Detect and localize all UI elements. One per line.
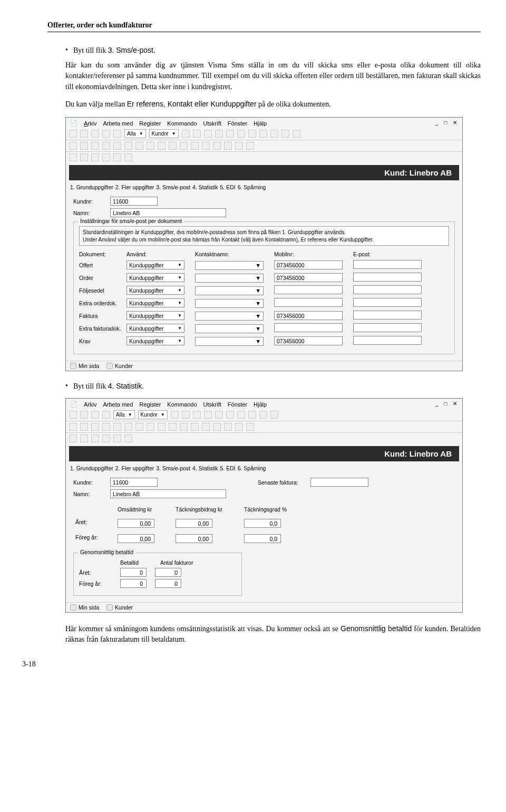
anvand-select[interactable]: Kunduppgifter▼ bbox=[126, 298, 184, 307]
tb2-icon[interactable] bbox=[135, 423, 143, 431]
menu-utskrift[interactable]: Utskrift bbox=[203, 401, 221, 408]
tb2-icon[interactable] bbox=[135, 142, 143, 150]
tab-edi[interactable]: 5. EDI bbox=[220, 184, 235, 190]
tg-foreg-input[interactable]: 0,0 bbox=[244, 534, 281, 543]
epost-input[interactable] bbox=[353, 311, 422, 320]
tab-sparning[interactable]: 6. Spårning bbox=[238, 184, 266, 190]
tb2-icon[interactable] bbox=[158, 142, 166, 150]
mobil-input[interactable] bbox=[274, 298, 343, 307]
tb-doc-icon[interactable] bbox=[91, 130, 99, 138]
tb2-icon[interactable] bbox=[80, 142, 88, 150]
tb2-icon[interactable] bbox=[224, 423, 232, 431]
mobil-input[interactable]: 073456000 bbox=[274, 260, 343, 269]
tb3-icon[interactable] bbox=[80, 153, 88, 161]
menu-kommando[interactable]: Kommando bbox=[167, 401, 197, 408]
tb2-icon[interactable] bbox=[102, 423, 110, 431]
tab-grunduppgifter[interactable]: 1. Grunduppgifter bbox=[70, 465, 113, 471]
mobil-input[interactable]: 073456000 bbox=[274, 311, 343, 320]
tb-misc1-icon[interactable] bbox=[248, 130, 256, 138]
mobil-input[interactable]: 073456000 bbox=[274, 273, 343, 282]
tb-aret-input[interactable]: 0,00 bbox=[176, 519, 212, 528]
footer-kunder[interactable]: Kunder bbox=[106, 363, 133, 369]
tab-edi[interactable]: 5. EDI bbox=[220, 465, 235, 471]
kontakt-select[interactable]: ▼ bbox=[195, 286, 264, 295]
tb-copy-icon[interactable] bbox=[91, 411, 99, 419]
tb-misc-icon[interactable] bbox=[237, 411, 245, 419]
tb2-icon[interactable] bbox=[147, 142, 154, 150]
tb-misc-icon[interactable] bbox=[248, 411, 256, 419]
tb2-icon[interactable] bbox=[224, 142, 232, 150]
tab-statistik[interactable]: 4. Statistik bbox=[192, 184, 218, 190]
antal-foreg-input[interactable]: 0 bbox=[155, 579, 181, 588]
tb2-icon[interactable] bbox=[180, 423, 188, 431]
tb2-icon[interactable] bbox=[91, 142, 99, 150]
tb2-icon[interactable] bbox=[69, 142, 77, 150]
tb3-icon[interactable] bbox=[91, 153, 99, 161]
oms-foreg-input[interactable]: 0,00 bbox=[118, 534, 154, 543]
kontakt-select[interactable]: ▼ bbox=[195, 337, 264, 346]
kontakt-select[interactable]: ▼ bbox=[195, 324, 264, 333]
footer-minsida[interactable]: Min sida bbox=[70, 363, 99, 369]
tb-sound-icon[interactable] bbox=[237, 130, 245, 138]
tb3-icon[interactable] bbox=[124, 434, 132, 442]
tb-nav-next-icon[interactable] bbox=[215, 130, 223, 138]
menu-utskrift[interactable]: Utskrift bbox=[203, 120, 221, 127]
kundnr-input[interactable]: 11600 bbox=[110, 197, 158, 206]
tb-help-icon[interactable] bbox=[281, 130, 289, 138]
tb-copy-icon[interactable] bbox=[102, 130, 110, 138]
epost-input[interactable] bbox=[353, 273, 422, 282]
epost-input[interactable] bbox=[353, 260, 422, 269]
menu-fonster[interactable]: Fönster bbox=[228, 401, 247, 408]
tab-sms-epost[interactable]: 3. Sms/e-post bbox=[156, 184, 190, 190]
kundnr-input[interactable]: 11600 bbox=[110, 478, 158, 487]
menu-fonster[interactable]: Fönster bbox=[228, 120, 247, 127]
footer-kunder[interactable]: Kunder bbox=[106, 604, 133, 611]
epost-input[interactable] bbox=[353, 285, 422, 294]
tb-list-icon[interactable] bbox=[69, 130, 77, 138]
tb-misc2-icon[interactable] bbox=[259, 130, 267, 138]
window-controls[interactable]: _ □ ✕ bbox=[435, 401, 459, 407]
tb2-icon[interactable] bbox=[147, 423, 154, 431]
tb2-icon[interactable] bbox=[80, 423, 88, 431]
menu-register[interactable]: Register bbox=[139, 120, 161, 127]
tb-folder-icon[interactable] bbox=[80, 130, 88, 138]
anvand-select[interactable]: Kunduppgifter▼ bbox=[126, 260, 184, 269]
antal-aret-input[interactable]: 0 bbox=[155, 568, 181, 577]
tab-fler-uppgifter[interactable]: 2. Fler uppgifter bbox=[115, 465, 154, 471]
namn-input[interactable]: Linebro AB bbox=[110, 208, 226, 217]
tb2-icon[interactable] bbox=[180, 142, 188, 150]
tb2-icon[interactable] bbox=[169, 142, 177, 150]
tb2-icon[interactable] bbox=[191, 142, 199, 150]
tb-nav-prev-icon[interactable] bbox=[193, 411, 201, 419]
menu-hjalp[interactable]: Hjälp bbox=[254, 120, 267, 127]
tb2-icon[interactable] bbox=[102, 142, 110, 150]
footer-minsida[interactable]: Min sida bbox=[70, 604, 99, 611]
menu-arkiv[interactable]: AArkivrkiv bbox=[84, 120, 96, 127]
tb3-icon[interactable] bbox=[102, 153, 110, 161]
tb2-icon[interactable] bbox=[113, 423, 121, 431]
tb-nav-prev-icon[interactable] bbox=[204, 130, 212, 138]
tb2-icon[interactable] bbox=[213, 142, 221, 150]
tb2-icon[interactable] bbox=[246, 423, 254, 431]
anvand-select[interactable]: Kunduppgifter▼ bbox=[126, 336, 184, 345]
tab-sparning[interactable]: 6. Spårning bbox=[238, 465, 266, 471]
menu-arbeta-med[interactable]: Arbeta med bbox=[103, 401, 133, 408]
betaltid-foreg-input[interactable]: 0 bbox=[120, 579, 147, 588]
epost-input[interactable] bbox=[353, 298, 422, 307]
filter-select-1[interactable]: Alla▼ bbox=[113, 410, 135, 419]
tb2-icon[interactable] bbox=[235, 423, 243, 431]
namn-input[interactable]: Linebro AB bbox=[110, 489, 226, 498]
tb-folder-icon[interactable] bbox=[80, 411, 88, 419]
menu-arbeta-med[interactable]: Arbeta med bbox=[103, 120, 133, 127]
oms-aret-input[interactable]: 0,00 bbox=[118, 519, 154, 528]
mobil-input[interactable] bbox=[274, 323, 343, 332]
menu-hjalp[interactable]: Hjälp bbox=[254, 401, 267, 408]
tb-search-icon[interactable] bbox=[171, 411, 179, 419]
anvand-select[interactable]: Kunduppgifter▼ bbox=[126, 311, 184, 320]
window-controls[interactable]: _ □ ✕ bbox=[435, 120, 459, 125]
tb3-icon[interactable] bbox=[69, 434, 77, 442]
tb3-icon[interactable] bbox=[91, 434, 99, 442]
tb-trash-icon[interactable] bbox=[102, 411, 110, 419]
tb3-icon[interactable] bbox=[102, 434, 110, 442]
epost-input[interactable] bbox=[353, 336, 422, 345]
